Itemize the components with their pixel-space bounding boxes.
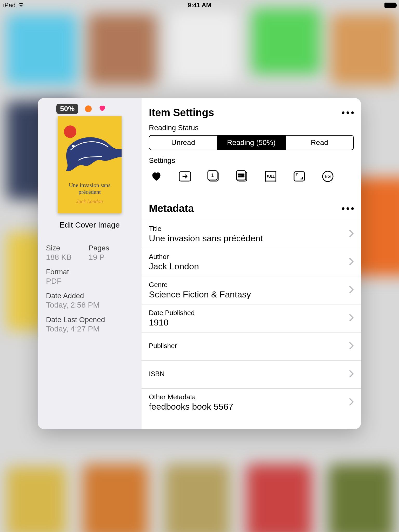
- date-added-label: Date Added: [46, 292, 135, 300]
- status-bar: iPad 9:41 AM: [0, 0, 399, 10]
- settings-icons-row: 1 AUTO FULL BG: [149, 169, 354, 183]
- svg-text:FULL: FULL: [267, 175, 275, 178]
- chevron-right-icon: [349, 398, 354, 407]
- meta-value: 1910: [149, 317, 195, 328]
- svg-text:1: 1: [211, 173, 214, 178]
- file-info: Size 188 KB Pages 19 P Format PDF Date A…: [44, 244, 135, 333]
- cover-author: Jack London: [58, 198, 122, 204]
- settings-label: Settings: [142, 156, 361, 165]
- meta-label: Publisher: [149, 342, 177, 350]
- metadata-row-title[interactable]: Title Une invasion sans précédent: [142, 220, 361, 248]
- metadata-more-icon[interactable]: [342, 207, 354, 210]
- pages-value: 19 P: [89, 253, 125, 262]
- meta-label: Other Metadata: [149, 393, 233, 401]
- meta-value: Jack London: [149, 261, 199, 271]
- segment-unread[interactable]: Unread: [149, 136, 217, 150]
- metadata-title: Metadata: [149, 203, 194, 214]
- right-pane: Item Settings Reading Status Unread Read…: [142, 98, 361, 429]
- edit-cover-button[interactable]: Edit Cover Image: [59, 221, 120, 229]
- dragon-art-icon: [63, 132, 122, 178]
- chevron-right-icon: [349, 286, 354, 295]
- auto-mode-icon[interactable]: AUTO: [235, 169, 250, 183]
- chevron-right-icon: [349, 370, 354, 379]
- item-settings-header: Item Settings: [142, 98, 361, 121]
- favorite-heart-icon: [98, 104, 106, 113]
- metadata-row-genre[interactable]: Genre Science Fiction & Fantasy: [142, 276, 361, 304]
- chevron-right-icon: [349, 258, 354, 267]
- date-added-value: Today, 2:58 PM: [46, 301, 135, 309]
- meta-value: feedbooks book 5567: [149, 402, 233, 412]
- size-label: Size: [46, 244, 82, 252]
- favorite-toggle[interactable]: [149, 169, 164, 183]
- item-settings-modal: 50% Une invasion sans précédent Jack Lon…: [38, 98, 361, 429]
- device-label: iPad: [3, 2, 16, 9]
- page-one-icon[interactable]: 1: [206, 169, 221, 183]
- segment-reading[interactable]: Reading (50%): [217, 136, 285, 150]
- chevron-right-icon: [349, 342, 354, 351]
- segment-read[interactable]: Read: [286, 136, 353, 150]
- meta-label: Author: [149, 253, 199, 261]
- pages-label: Pages: [89, 244, 125, 252]
- item-settings-title: Item Settings: [149, 107, 214, 118]
- reading-direction-icon[interactable]: [177, 169, 192, 183]
- metadata-row-author[interactable]: Author Jack London: [142, 248, 361, 276]
- battery-icon: [384, 3, 396, 8]
- metadata-row-publisher[interactable]: Publisher: [142, 332, 361, 360]
- status-dot-icon: [85, 105, 92, 112]
- expand-icon[interactable]: [292, 169, 307, 183]
- wifi-icon: [18, 2, 24, 9]
- svg-text:BG: BG: [325, 174, 331, 179]
- meta-label: Date Published: [149, 309, 195, 317]
- chevron-right-icon: [349, 230, 354, 238]
- metadata-row-date-published[interactable]: Date Published 1910: [142, 304, 361, 332]
- meta-label: Title: [149, 225, 263, 233]
- metadata-row-isbn[interactable]: ISBN: [142, 360, 361, 388]
- reading-status-label: Reading Status: [142, 124, 361, 132]
- metadata-header: Metadata: [142, 194, 361, 217]
- meta-label: Genre: [149, 281, 251, 289]
- cover-title: Une invasion sans précédent: [58, 182, 122, 195]
- cover-badges: 50%: [56, 104, 106, 114]
- more-icon[interactable]: [342, 111, 354, 114]
- clock: 9:41 AM: [188, 2, 211, 9]
- date-opened-value: Today, 4:27 PM: [46, 324, 135, 333]
- svg-text:AUTO: AUTO: [238, 174, 244, 177]
- meta-label: ISBN: [149, 370, 165, 378]
- meta-value: Science Fiction & Fantasy: [149, 289, 251, 300]
- date-opened-label: Date Last Opened: [46, 316, 135, 324]
- format-label: Format: [46, 268, 135, 276]
- svg-rect-11: [294, 172, 304, 181]
- format-value: PDF: [46, 277, 135, 285]
- progress-badge: 50%: [56, 104, 78, 114]
- metadata-row-other[interactable]: Other Metadata feedbooks book 5567: [142, 388, 361, 416]
- background-icon[interactable]: BG: [320, 169, 335, 183]
- left-pane: 50% Une invasion sans précédent Jack Lon…: [38, 98, 142, 429]
- full-mode-icon[interactable]: FULL: [263, 169, 278, 183]
- meta-value: Une invasion sans précédent: [149, 233, 263, 243]
- reading-status-segmented: Unread Reading (50%) Read: [149, 135, 354, 150]
- book-cover[interactable]: Une invasion sans précédent Jack London: [58, 116, 122, 213]
- chevron-right-icon: [349, 314, 354, 323]
- svg-point-0: [72, 145, 75, 147]
- size-value: 188 KB: [46, 253, 82, 262]
- metadata-list: Title Une invasion sans précédent Author…: [142, 220, 361, 416]
